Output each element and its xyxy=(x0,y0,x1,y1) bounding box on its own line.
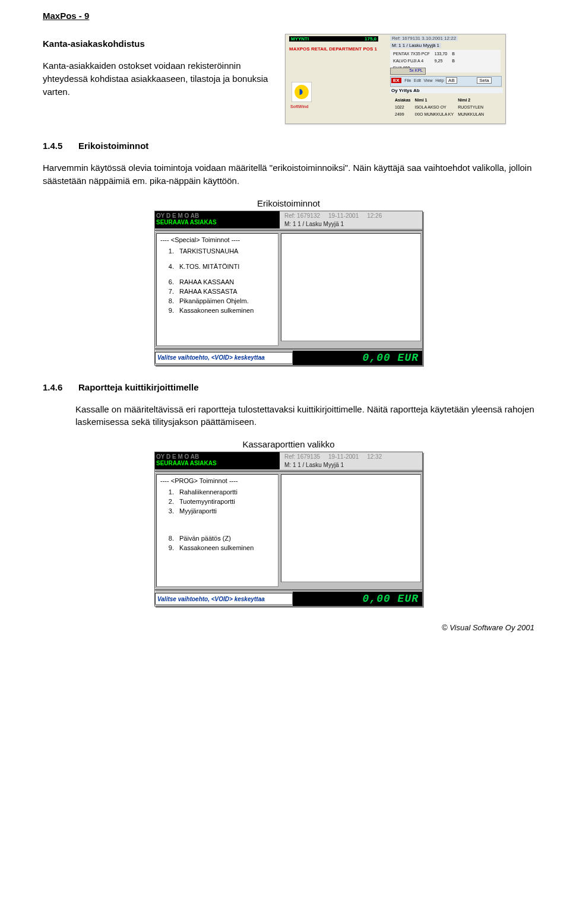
content-area xyxy=(281,474,421,582)
content-area xyxy=(281,233,421,341)
seller-badge: MYYNTI xyxy=(289,36,364,42)
figure-kassaraportit: OY D E M O AB SEURAAVA ASIAKAS Ref: 1679… xyxy=(154,452,423,607)
figure-kanta-asiakas: MYYNTI 175,0 MAXPOS RETAIL DEPARTMENT PO… xyxy=(285,34,506,124)
table-row: KALVO FUJI A 49,25B xyxy=(391,58,457,64)
prompt-line: Valitse vaihtoehto, <VOID> keskeyttaa xyxy=(155,352,293,364)
section-146-heading: 1.4.6Raportteja kuittikirjoittimelle xyxy=(43,382,534,392)
table-row[interactable]: 2499IXIO MUNKKULA KYMUNKKULAN xyxy=(395,112,487,118)
menu-edit[interactable]: Edit xyxy=(414,78,421,82)
menu-file[interactable]: File xyxy=(404,78,411,82)
special-menu-list: ---- <Special> Toiminnot ---- 1.TARKISTU… xyxy=(156,233,278,346)
ref-line: Ref: 1679131 3.10.2001 12:22 xyxy=(390,36,458,41)
section-kanta-title: Kanta-asiakaskohdistus xyxy=(43,39,274,49)
exit-button[interactable]: EX xyxy=(391,78,401,83)
company-name: Oy Yritys Ab xyxy=(390,88,503,93)
menu-view[interactable]: View xyxy=(424,78,433,82)
section-145-heading: 1.4.5Erikoistoiminnot xyxy=(43,141,534,151)
company-label: OY D E M O AB xyxy=(156,212,278,219)
toolbar: EX File Edit View Help AB Seta xyxy=(390,76,502,87)
list-item[interactable]: 9.Kassakoneen sulkeminen xyxy=(162,544,273,552)
ab-button[interactable]: AB xyxy=(446,77,457,84)
page-header: MaxPos - 9 xyxy=(43,11,534,21)
section-kanta-para: Kanta-asiakkaiden ostokset voidaan rekis… xyxy=(43,59,274,98)
table-row[interactable]: 1022ISOLA AKSO OYRUOSTYLEN xyxy=(395,104,487,110)
list-item[interactable]: 3.Myyjäraportti xyxy=(162,507,273,515)
prompt-line: Valitse vaihtoehto, <VOID> keskeyttaa xyxy=(155,593,293,605)
status-line: M: 1 1 / Lasku Myyjä 1 xyxy=(390,43,441,48)
list-header: ---- <PROG> Toiminnot ---- xyxy=(160,477,274,484)
section-145-para: Harvemmin käytössä olevia toimintoja voi… xyxy=(43,161,534,188)
figure-erikoistoiminnot: OY D E M O AB SEURAAVA ASIAKAS Ref: 1679… xyxy=(154,211,423,366)
menu-help[interactable]: Help xyxy=(435,78,444,82)
next-customer-label: SEURAAVA ASIAKAS xyxy=(156,460,278,466)
prog-menu-list: ---- <PROG> Toiminnot ---- 1.Rahaliikenn… xyxy=(156,474,278,587)
list-item[interactable]: 9.Kassakoneen sulkeminen xyxy=(162,306,273,315)
dept-label: MAXPOS RETAIL DEPARTMENT POS 1 xyxy=(289,46,377,52)
figure-146-caption: Kassaraporttien valikko xyxy=(43,439,534,449)
section-146-para: Kassalle on määriteltävissä eri raportte… xyxy=(75,403,534,429)
kpl-input[interactable]: 5x KPL xyxy=(390,68,426,75)
figure-145-caption: Erikoistoiminnot xyxy=(43,198,534,208)
lcd-total: 0,00 EUR xyxy=(293,351,422,365)
status-line: M: 1 1 / Lasku Myyjä 1 xyxy=(281,221,421,227)
page-footer: © Visual Software Oy 2001 xyxy=(43,623,534,632)
list-item[interactable]: 1.Rahaliikenneraportti xyxy=(162,488,273,496)
softwind-label: SoftWind xyxy=(290,104,309,109)
list-header: ---- <Special> Toiminnot ---- xyxy=(160,236,274,243)
status-line: M: 1 1 / Lasku Myyjä 1 xyxy=(281,462,421,468)
company-label: OY D E M O AB xyxy=(156,453,278,460)
customer-table: AsiakasNimi 1Nimi 2 1022ISOLA AKSO OYRUO… xyxy=(394,96,488,119)
next-customer-label: SEURAAVA ASIAKAS xyxy=(156,219,278,226)
list-item[interactable]: 4.K.TOS. MITÄTÖINTI xyxy=(162,262,273,271)
total-amount: 175,0 xyxy=(363,36,378,42)
list-item[interactable]: 8.Päivän päätös (Z) xyxy=(162,534,273,542)
list-item[interactable]: 1.TARKISTUSNAUHA xyxy=(162,247,273,255)
ref-line: Ref: 167913519-11-200112:32 xyxy=(281,453,421,460)
list-item[interactable]: 6.RAHAA KASSAAN xyxy=(162,278,273,286)
table-row: PENTAX 7X35 PCF133,70B xyxy=(391,51,457,57)
list-item[interactable]: 8.Pikanäppäimen Ohjelm. xyxy=(162,297,273,305)
list-item[interactable]: 2.Tuotemyyntiraportti xyxy=(162,497,273,506)
softwind-logo-icon xyxy=(292,82,312,102)
seta-button[interactable]: Seta xyxy=(477,77,491,84)
ref-line: Ref: 167913219-11-200112:26 xyxy=(281,212,421,219)
lcd-total: 0,00 EUR xyxy=(293,592,422,606)
list-item[interactable]: 7.RAHAA KASSASTA xyxy=(162,287,273,296)
